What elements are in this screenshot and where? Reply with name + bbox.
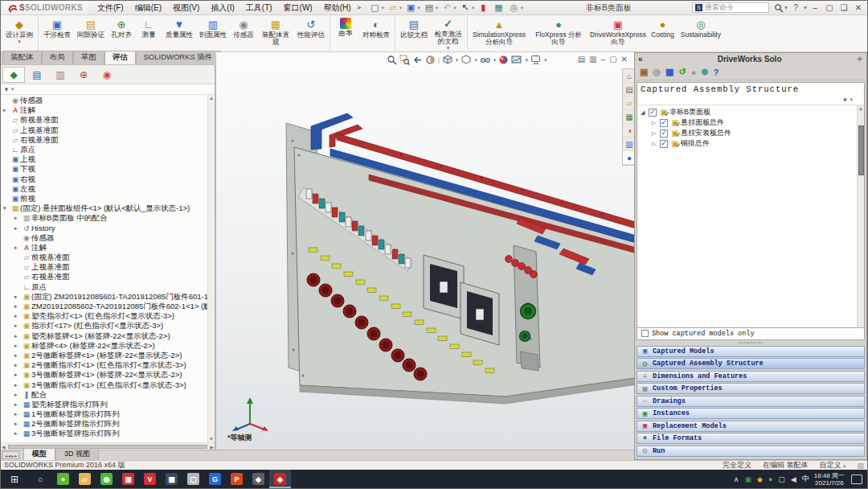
tree-item[interactable]: ▾ (固定) 悬挂面板组件<1> (默认<默认_显示状态-1>) [1,203,215,213]
tree-item[interactable]: ▸ 1号微断标签牌指示灯阵列 [1,409,215,419]
tree-item[interactable]: ▸ 塑壳标签牌指示灯阵列 [1,400,215,409]
zoom-area-icon[interactable] [399,55,410,65]
save-icon[interactable]: ▦ [665,67,674,77]
filter-caret-icon[interactable]: ▾ [850,97,853,103]
expand-arrow-icon[interactable]: ▷ [652,120,660,126]
search-caret-icon[interactable]: ▾ [784,4,788,11]
driveworks-filter-row[interactable]: ▼ ▾ [637,95,865,105]
menu-item[interactable]: 文件(F) [92,2,129,14]
tree-item[interactable]: 右视 [1,175,215,184]
open-file-icon[interactable]: ▱ [387,2,399,14]
capture-model-icon[interactable]: ▣ [640,67,648,77]
tree-item[interactable]: 原点 [1,282,215,292]
tree-item[interactable]: 原点 [1,145,215,154]
tree-vertical-scrollbar[interactable]: ▲▼ [207,95,215,442]
previous-view-icon[interactable] [412,55,423,65]
menu-item[interactable]: 工具(T) [241,2,277,14]
pin-menu-icon[interactable]: ➤ [357,4,362,11]
driveworks-scrollbar[interactable]: ▲ [857,105,864,327]
tree-item[interactable]: 传感器 [1,233,215,243]
document-view-tab[interactable]: 模型 [23,448,55,460]
expand-arrow-icon[interactable]: ▸ [14,224,22,233]
expand-arrow-icon[interactable]: ▷ [652,141,660,147]
expand-arrow-icon[interactable]: ▸ [14,321,22,331]
dropdown-caret-icon[interactable]: ▾ [399,5,403,11]
tree-item[interactable]: ▸ 注解 [1,105,215,115]
options-icon[interactable]: ◎ [508,2,519,14]
tree-item[interactable]: 前视基准面 [1,253,215,262]
release-icon[interactable]: ◎ [653,67,661,77]
captured-tree-item[interactable]: ▷ 悬挂安装板总件 [637,128,864,138]
tree-item[interactable]: ▸ 非标B类面板 中的配合 [1,213,215,223]
command-button[interactable]: 间隙验证 [74,16,108,51]
command-caret-icon[interactable]: ▾ [18,39,21,44]
driveworks-section-bar[interactable]: File Formats [637,433,865,444]
dropdown-caret-icon[interactable]: ▾ [493,57,497,64]
dropdown-caret-icon[interactable]: ▾ [381,5,384,11]
driveworks-section-bar[interactable]: Drawings [637,396,865,407]
tree-item[interactable]: 前视基准面 [1,115,215,125]
tree-item[interactable]: 上视 [1,154,215,164]
command-caret-icon[interactable]: ▾ [447,45,450,51]
dropdown-caret-icon[interactable]: ▾ [520,5,523,11]
captured-tree-item[interactable]: ▷ 铜排总件 [637,138,864,149]
command-button[interactable]: 干涉检查 [40,16,74,51]
tab-scroll-buttons[interactable]: ◂◂▸▸ [2,451,19,459]
dropdown-caret-icon[interactable]: ▾ [474,57,477,64]
expand-arrow-icon[interactable]: ▸ [14,429,22,438]
tree-filter-row[interactable]: ▼ ▾ [1,84,215,95]
scroll-down-icon[interactable]: ▼ [209,437,214,442]
tree-item[interactable]: ▸ 3号微断指示灯<1> (红色指示灯<显示状态-3>) [1,380,215,389]
new-file-icon[interactable]: ▢ [369,2,380,14]
help-button[interactable]: ? [788,3,803,12]
checkbox-unchecked[interactable] [641,330,649,337]
expand-arrow-icon[interactable]: ▸ [14,360,22,370]
checkbox-checked[interactable] [660,119,668,127]
command-button[interactable]: 设计算例 ▾ [2,16,39,51]
file-properties-icon[interactable]: ▦ [493,2,504,14]
menu-item[interactable]: 窗口(W) [279,2,317,14]
expand-arrow-icon[interactable]: ▸ [14,370,22,380]
wechat-icon[interactable]: ◉ [96,470,117,488]
tree-item[interactable]: 左视 [1,184,215,194]
display-style-icon[interactable] [461,55,472,65]
minimize-button[interactable]: – [808,3,822,12]
menu-item[interactable]: 视图(V) [168,2,204,14]
menu-item[interactable]: 编辑(E) [130,2,166,14]
command-manager-tab[interactable]: 评估 [104,51,136,64]
command-manager-tab[interactable]: 草图 [73,51,104,64]
tree-item[interactable]: ▸ 2号微断指示灯<1> (红色指示灯<显示状态-3>) [1,360,215,370]
command-button[interactable]: Costing [648,16,678,51]
driveworks-section-bar[interactable]: Captured Assembly Structure [637,358,865,369]
browser-green-icon[interactable]: ● [52,470,74,488]
tree-item[interactable]: ▸ 标签牌<4> (标签牌-22<显示状态-2>) [1,341,215,351]
view-orientation-icon[interactable] [442,55,453,65]
expand-arrow-icon[interactable]: ▸ [14,400,22,409]
tree-item[interactable]: 上视基准面 [1,125,215,135]
tray-green-icon[interactable]: ▣ [744,475,751,483]
tree-item[interactable]: ▸ 指示灯<17> (红色指示灯<显示状态-3>) [1,321,215,331]
command-button[interactable]: 传感器 [230,16,257,51]
edit-appearance-icon[interactable] [498,55,509,65]
scroll-right-icon[interactable]: ▶ [210,444,214,450]
tree-item[interactable]: ▸ 塑壳标签牌<1> (标签牌-22<显示状态-2>) [1,331,215,341]
print-icon[interactable]: ▤ [424,2,435,14]
filter-funnel-icon[interactable]: ▼ [842,97,849,104]
tree-item[interactable]: ▸ 注解 [1,243,215,253]
solidworks-app-icon[interactable]: ◈ [269,470,291,488]
status-tag-icon[interactable]: ▨ [857,462,864,470]
propertymanager-tab[interactable]: ▤ [26,67,48,83]
tree-item[interactable]: ▸ (固定) ZM201912085601-TA201912085门板件601-… [1,292,215,302]
undo-icon[interactable]: ↶ [441,2,452,14]
tree-item[interactable]: 下视 [1,164,215,174]
driveworks-tab[interactable]: ◉ [96,67,118,83]
command-manager-tab[interactable]: 装配体 [2,51,42,64]
scroll-up-icon[interactable]: ▲ [209,96,214,101]
document-view-tab[interactable]: 3D 视图 [55,448,99,460]
help-icon[interactable]: ? [714,68,719,77]
driveworks-section-bar[interactable]: Run [637,446,865,457]
tree-item[interactable]: 右视基准面 [1,272,215,281]
command-button[interactable]: 孔对齐 [108,16,135,51]
expand-arrow-icon[interactable]: ▸ [14,380,22,390]
expand-arrow-icon[interactable]: ▸ [3,105,10,115]
